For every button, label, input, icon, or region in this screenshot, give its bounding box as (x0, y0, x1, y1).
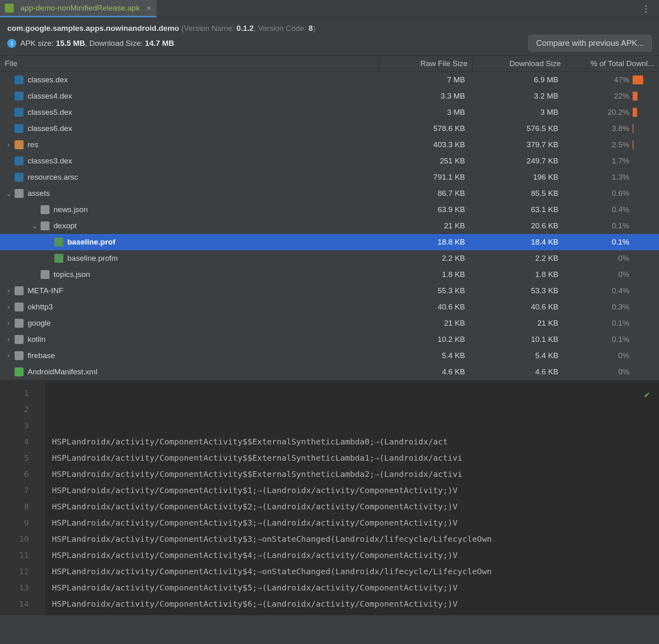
file-name: AndroidManifest.xml (28, 367, 97, 376)
percent: 22% (604, 92, 629, 101)
apk-size: 15.5 MB (56, 39, 85, 47)
line-number: 3 (0, 417, 29, 434)
percent: 0.1% (604, 221, 629, 230)
apk-size-label: APK size: (20, 39, 54, 47)
table-row[interactable]: baseline.prof18.8 KB18.4 KB0.1% (0, 234, 659, 250)
code-line: HSPLandroidx/activity/ComponentActivity$… (52, 612, 659, 615)
percent-bar (633, 254, 655, 263)
percent-bar (633, 367, 655, 376)
download-size: 85.5 KB (472, 189, 566, 198)
table-row[interactable]: classes5.dex3 MB3 MB20.2% (0, 104, 659, 120)
download-size: 4.6 KB (472, 367, 566, 376)
file-name: baseline.profm (67, 254, 118, 263)
download-size: 6.9 MB (472, 75, 566, 84)
raw-size: 251 KB (379, 157, 472, 165)
editor-tab[interactable]: app-demo-nonMinifiedRelease.apk × (0, 0, 157, 17)
download-size: 379.7 KB (472, 140, 566, 149)
download-size: 5.4 KB (472, 351, 566, 360)
download-size: 249.7 KB (472, 157, 566, 165)
close-icon[interactable]: × (144, 4, 151, 12)
chevron-right-icon[interactable]: › (4, 303, 13, 311)
table-row[interactable]: ›google21 KB21 KB0.1% (0, 315, 659, 331)
prof-icon (54, 254, 63, 263)
folder-icon (15, 189, 24, 198)
package-name: com.google.samples.apps.nowinandroid.dem… (7, 24, 179, 32)
table-row[interactable]: classes4.dex3.3 MB3.2 MB22% (0, 88, 659, 104)
chevron-right-icon[interactable]: › (4, 141, 13, 148)
dex-icon (15, 92, 24, 101)
line-number: 6 (0, 466, 29, 482)
folder-icon (15, 335, 24, 344)
file-name: baseline.prof (67, 238, 115, 247)
folder-icon (15, 351, 24, 360)
percent-bar (633, 173, 655, 182)
table-row[interactable]: classes6.dex578.6 KB576.5 KB3.8% (0, 120, 659, 137)
folder-icon (15, 286, 24, 295)
table-row[interactable]: ›okhttp340.6 KB40.6 KB0.3% (0, 299, 659, 315)
chevron-right-icon[interactable]: › (4, 352, 13, 359)
more-menu-icon[interactable]: ⋮ (633, 4, 659, 14)
line-number: 4 (0, 434, 29, 450)
compare-apk-button[interactable]: Compare with previous APK... (528, 35, 652, 52)
table-row[interactable]: ⌄dexopt21 KB20.6 KB0.1% (0, 218, 659, 234)
table-row[interactable]: classes3.dex251 KB249.7 KB1.7% (0, 153, 659, 169)
table-row[interactable]: ›firebase5.4 KB5.4 KB0% (0, 348, 659, 364)
chevron-right-icon[interactable]: › (4, 336, 13, 343)
code-line: HSPLandroidx/activity/ComponentActivity$… (52, 531, 659, 547)
table-row[interactable]: ›res403.3 KB379.7 KB2.5% (0, 137, 659, 153)
download-size-label: Download Size: (89, 39, 143, 47)
raw-size: 578.6 KB (379, 124, 472, 133)
table-row[interactable]: classes.dex7 MB6.9 MB47% (0, 72, 659, 88)
file-name: dexopt (54, 221, 77, 230)
code-line: HSPLandroidx/activity/ComponentActivity$… (52, 547, 659, 563)
file-name: assets (28, 189, 50, 198)
code-area[interactable]: ✔ HSPLandroidx/activity/ComponentActivit… (45, 382, 659, 615)
raw-size: 4.6 KB (379, 367, 472, 376)
code-line: HSPLandroidx/activity/ComponentActivity$… (52, 515, 659, 531)
percent-bar (633, 92, 655, 101)
file-content-viewer: 1234567891011121314 ✔ HSPLandroidx/activ… (0, 380, 659, 615)
col-raw-size[interactable]: Raw File Size (379, 56, 472, 71)
version-name: 0.1.2 (237, 24, 254, 32)
table-row[interactable]: ›kotlin10.2 KB10.1 KB0.1% (0, 331, 659, 348)
table-row[interactable]: ⌄assets86.7 KB85.5 KB0.6% (0, 185, 659, 202)
json-icon (41, 205, 50, 214)
raw-size: 18.8 KB (379, 238, 472, 247)
line-gutter: 1234567891011121314 (0, 382, 45, 615)
file-name: classes.dex (28, 75, 68, 84)
chevron-down-icon[interactable]: ⌄ (4, 190, 13, 197)
chevron-right-icon[interactable]: › (4, 320, 13, 327)
chevron-right-icon[interactable]: › (4, 287, 13, 294)
raw-size: 40.6 KB (379, 303, 472, 311)
download-size: 53.3 KB (472, 286, 566, 295)
col-download-size[interactable]: Download Size (472, 56, 566, 71)
chevron-down-icon[interactable]: ⌄ (30, 222, 39, 230)
line-number: 14 (0, 596, 29, 612)
percent-bar (633, 238, 655, 247)
percent: 1.7% (604, 157, 629, 165)
line-number: 8 (0, 498, 29, 515)
version-code-label: Version Code: (258, 24, 306, 32)
table-row[interactable]: resources.arsc791.1 KB196 KB1.3% (0, 169, 659, 185)
table-row[interactable]: ›META-INF55.3 KB53.3 KB0.4% (0, 283, 659, 299)
download-size: 3.2 MB (472, 92, 566, 101)
dex-icon (15, 157, 24, 165)
percent: 0.6% (604, 189, 629, 198)
code-line: HSPLandroidx/activity/ComponentActivity$… (52, 498, 659, 515)
raw-size: 63.9 KB (379, 205, 472, 214)
col-file[interactable]: File (0, 56, 379, 71)
raw-size: 2.2 KB (379, 254, 472, 263)
download-size: 196 KB (472, 173, 566, 182)
percent: 47% (604, 75, 629, 84)
download-size: 20.6 KB (472, 221, 566, 230)
col-percent[interactable]: % of Total Downl... (566, 56, 659, 71)
table-row[interactable]: AndroidManifest.xml4.6 KB4.6 KB0% (0, 364, 659, 380)
table-row[interactable]: baseline.profm2.2 KB2.2 KB0% (0, 250, 659, 266)
percent: 3.8% (604, 124, 629, 133)
raw-size: 1.8 KB (379, 270, 472, 279)
arsc-icon (15, 173, 24, 182)
line-number: 12 (0, 563, 29, 580)
table-row[interactable]: news.json63.9 KB63.1 KB0.4% (0, 202, 659, 218)
table-row[interactable]: topics.json1.8 KB1.8 KB0% (0, 266, 659, 283)
raw-size: 403.3 KB (379, 140, 472, 149)
